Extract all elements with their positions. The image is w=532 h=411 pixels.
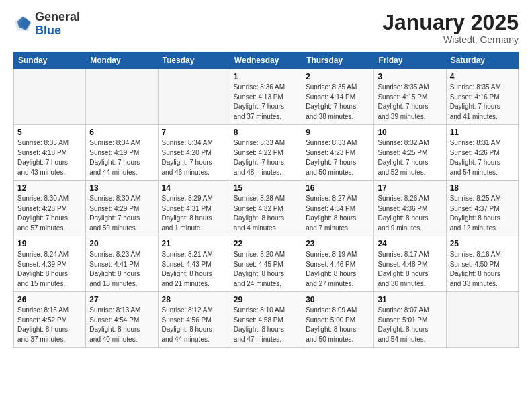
day-info: Sunrise: 8:35 AMSunset: 4:14 PMDaylight:…: [306, 83, 370, 122]
calendar-week-1: 1Sunrise: 8:36 AMSunset: 4:13 PMDaylight…: [14, 69, 519, 125]
day-info: Sunrise: 8:07 AMSunset: 5:01 PMDaylight:…: [378, 306, 442, 345]
day-info: Sunrise: 8:27 AMSunset: 4:34 PMDaylight:…: [306, 194, 370, 233]
header-tuesday: Tuesday: [158, 52, 230, 69]
table-row: 7Sunrise: 8:34 AMSunset: 4:20 PMDaylight…: [158, 125, 230, 181]
day-info: Sunrise: 8:34 AMSunset: 4:19 PMDaylight:…: [89, 138, 154, 177]
day-info: Sunrise: 8:33 AMSunset: 4:22 PMDaylight:…: [234, 138, 298, 177]
day-info: Sunrise: 8:29 AMSunset: 4:31 PMDaylight:…: [162, 194, 226, 233]
table-row: 8Sunrise: 8:33 AMSunset: 4:22 PMDaylight…: [230, 125, 302, 181]
table-row: 17Sunrise: 8:26 AMSunset: 4:36 PMDayligh…: [374, 181, 446, 236]
header-saturday: Saturday: [446, 52, 518, 69]
calendar-table: Sunday Monday Tuesday Wednesday Thursday…: [13, 52, 519, 348]
table-row: 3Sunrise: 8:35 AMSunset: 4:15 PMDaylight…: [374, 69, 446, 125]
day-number: 17: [378, 183, 442, 193]
table-row: 30Sunrise: 8:09 AMSunset: 5:00 PMDayligh…: [302, 292, 374, 348]
day-info: Sunrise: 8:36 AMSunset: 4:13 PMDaylight:…: [234, 83, 298, 122]
day-number: 16: [306, 183, 370, 193]
month-title: January 2025: [382, 11, 519, 34]
table-row: 12Sunrise: 8:30 AMSunset: 4:28 PMDayligh…: [14, 181, 86, 236]
day-number: 24: [378, 239, 442, 248]
day-number: 1: [234, 72, 298, 81]
calendar-week-2: 5Sunrise: 8:35 AMSunset: 4:18 PMDaylight…: [14, 125, 519, 181]
day-info: Sunrise: 8:35 AMSunset: 4:18 PMDaylight:…: [17, 138, 82, 177]
table-row: 11Sunrise: 8:31 AMSunset: 4:26 PMDayligh…: [446, 125, 518, 181]
logo-icon: [13, 15, 32, 34]
day-number: 3: [378, 72, 442, 81]
table-row: [86, 69, 158, 125]
day-number: 18: [450, 183, 515, 193]
day-info: Sunrise: 8:10 AMSunset: 4:58 PMDaylight:…: [234, 306, 298, 345]
table-row: 2Sunrise: 8:35 AMSunset: 4:14 PMDaylight…: [302, 69, 374, 125]
table-row: 6Sunrise: 8:34 AMSunset: 4:19 PMDaylight…: [86, 125, 158, 181]
header-monday: Monday: [86, 52, 158, 69]
day-info: Sunrise: 8:30 AMSunset: 4:29 PMDaylight:…: [89, 194, 154, 233]
day-info: Sunrise: 8:30 AMSunset: 4:28 PMDaylight:…: [17, 194, 82, 233]
day-number: 9: [306, 128, 370, 137]
day-info: Sunrise: 8:24 AMSunset: 4:39 PMDaylight:…: [17, 250, 82, 289]
header-sunday: Sunday: [14, 52, 86, 69]
day-number: 27: [89, 295, 154, 304]
table-row: 27Sunrise: 8:13 AMSunset: 4:54 PMDayligh…: [86, 292, 158, 348]
calendar-week-4: 19Sunrise: 8:24 AMSunset: 4:39 PMDayligh…: [14, 236, 519, 292]
logo-general: General: [35, 11, 80, 24]
day-info: Sunrise: 8:17 AMSunset: 4:48 PMDaylight:…: [378, 250, 442, 289]
day-info: Sunrise: 8:23 AMSunset: 4:41 PMDaylight:…: [89, 250, 154, 289]
day-number: 6: [89, 128, 154, 137]
table-row: 10Sunrise: 8:32 AMSunset: 4:25 PMDayligh…: [374, 125, 446, 181]
calendar-week-3: 12Sunrise: 8:30 AMSunset: 4:28 PMDayligh…: [14, 181, 519, 236]
day-info: Sunrise: 8:26 AMSunset: 4:36 PMDaylight:…: [378, 194, 442, 233]
day-info: Sunrise: 8:35 AMSunset: 4:15 PMDaylight:…: [378, 83, 442, 122]
table-row: 24Sunrise: 8:17 AMSunset: 4:48 PMDayligh…: [374, 236, 446, 292]
calendar-week-5: 26Sunrise: 8:15 AMSunset: 4:52 PMDayligh…: [14, 292, 519, 348]
header: General Blue January 2025 Wistedt, Germa…: [13, 11, 519, 45]
table-row: [14, 69, 86, 125]
day-info: Sunrise: 8:21 AMSunset: 4:43 PMDaylight:…: [162, 250, 226, 289]
calendar-header-row: Sunday Monday Tuesday Wednesday Thursday…: [14, 52, 519, 69]
day-info: Sunrise: 8:34 AMSunset: 4:20 PMDaylight:…: [162, 138, 226, 177]
table-row: 21Sunrise: 8:21 AMSunset: 4:43 PMDayligh…: [158, 236, 230, 292]
day-number: 26: [17, 295, 82, 304]
day-info: Sunrise: 8:16 AMSunset: 4:50 PMDaylight:…: [450, 250, 515, 289]
day-number: 23: [306, 239, 370, 248]
logo-blue: Blue: [35, 24, 80, 38]
day-number: 20: [89, 239, 154, 248]
logo: General Blue: [13, 11, 80, 38]
table-row: 20Sunrise: 8:23 AMSunset: 4:41 PMDayligh…: [86, 236, 158, 292]
day-info: Sunrise: 8:25 AMSunset: 4:37 PMDaylight:…: [450, 194, 515, 233]
day-number: 10: [378, 128, 442, 137]
day-info: Sunrise: 8:12 AMSunset: 4:56 PMDaylight:…: [162, 306, 226, 345]
day-number: 15: [234, 183, 298, 193]
day-info: Sunrise: 8:33 AMSunset: 4:23 PMDaylight:…: [306, 138, 370, 177]
day-info: Sunrise: 8:20 AMSunset: 4:45 PMDaylight:…: [234, 250, 298, 289]
table-row: 19Sunrise: 8:24 AMSunset: 4:39 PMDayligh…: [14, 236, 86, 292]
day-number: 13: [89, 183, 154, 193]
table-row: [446, 292, 518, 348]
day-number: 25: [450, 239, 515, 248]
table-row: 26Sunrise: 8:15 AMSunset: 4:52 PMDayligh…: [14, 292, 86, 348]
table-row: 25Sunrise: 8:16 AMSunset: 4:50 PMDayligh…: [446, 236, 518, 292]
day-number: 12: [17, 183, 82, 193]
table-row: 29Sunrise: 8:10 AMSunset: 4:58 PMDayligh…: [230, 292, 302, 348]
table-row: 1Sunrise: 8:36 AMSunset: 4:13 PMDaylight…: [230, 69, 302, 125]
day-info: Sunrise: 8:28 AMSunset: 4:32 PMDaylight:…: [234, 194, 298, 233]
day-info: Sunrise: 8:09 AMSunset: 5:00 PMDaylight:…: [306, 306, 370, 345]
day-number: 19: [17, 239, 82, 248]
table-row: [158, 69, 230, 125]
table-row: 13Sunrise: 8:30 AMSunset: 4:29 PMDayligh…: [86, 181, 158, 236]
table-row: 15Sunrise: 8:28 AMSunset: 4:32 PMDayligh…: [230, 181, 302, 236]
day-number: 30: [306, 295, 370, 304]
day-number: 8: [234, 128, 298, 137]
day-number: 31: [378, 295, 442, 304]
day-info: Sunrise: 8:31 AMSunset: 4:26 PMDaylight:…: [450, 138, 515, 177]
logo-text: General Blue: [35, 11, 80, 38]
day-info: Sunrise: 8:15 AMSunset: 4:52 PMDaylight:…: [17, 306, 82, 345]
table-row: 9Sunrise: 8:33 AMSunset: 4:23 PMDaylight…: [302, 125, 374, 181]
page: General Blue January 2025 Wistedt, Germa…: [0, 0, 532, 355]
day-number: 29: [234, 295, 298, 304]
table-row: 22Sunrise: 8:20 AMSunset: 4:45 PMDayligh…: [230, 236, 302, 292]
day-info: Sunrise: 8:32 AMSunset: 4:25 PMDaylight:…: [378, 138, 442, 177]
day-info: Sunrise: 8:35 AMSunset: 4:16 PMDaylight:…: [450, 83, 515, 122]
header-friday: Friday: [374, 52, 446, 69]
day-info: Sunrise: 8:19 AMSunset: 4:46 PMDaylight:…: [306, 250, 370, 289]
table-row: 14Sunrise: 8:29 AMSunset: 4:31 PMDayligh…: [158, 181, 230, 236]
